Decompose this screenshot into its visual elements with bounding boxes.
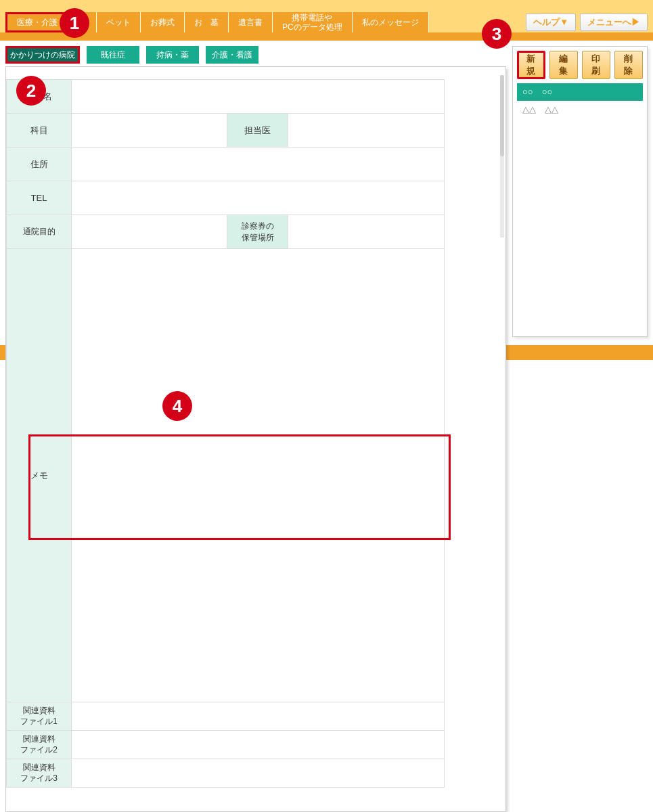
label-card-location: 診察券の 保管場所	[227, 215, 288, 249]
list-item[interactable]: ○○ ○○	[517, 83, 643, 101]
main-tab-grave[interactable]: お 墓	[185, 12, 229, 32]
field-hospital-name[interactable]	[72, 80, 445, 114]
main-tab-pet[interactable]: ペット	[97, 12, 141, 32]
label-department: 科目	[7, 114, 72, 148]
subtab-hospital[interactable]: かかりつけの病院	[5, 46, 80, 64]
top-toolbar: 医療・介護 療 ペット お葬式 お 墓 遺言書 携帯電話や PCのデータ処理 私…	[0, 0, 653, 41]
label-purpose: 通院目的	[7, 215, 72, 249]
new-button[interactable]: 新規	[517, 51, 545, 79]
edit-button[interactable]: 編集	[549, 51, 578, 79]
field-file2[interactable]	[72, 731, 445, 759]
delete-button[interactable]: 削除	[614, 51, 643, 79]
label-address: 住所	[7, 148, 72, 181]
label-tel: TEL	[7, 181, 72, 215]
field-doctor[interactable]	[288, 114, 445, 148]
callout-1: 1	[60, 8, 89, 38]
subtab-history[interactable]: 既往症	[87, 46, 139, 64]
list-item[interactable]: △△ △△	[517, 101, 643, 118]
field-department[interactable]	[72, 114, 227, 148]
main-tab-will[interactable]: 遺言書	[229, 12, 273, 32]
help-button[interactable]: ヘルプ▼	[526, 14, 576, 31]
field-card-location[interactable]	[288, 215, 445, 249]
main-tab-funeral[interactable]: お葬式	[141, 12, 185, 32]
side-panel: 新規 編集 印刷 削除 ○○ ○○ △△ △△	[512, 46, 648, 337]
main-tab-mymessage[interactable]: 私のメッセージ	[353, 12, 429, 32]
subtab-nursing[interactable]: 介護・看護	[206, 46, 258, 64]
label-file3: 関連資料 ファイル3	[7, 759, 72, 788]
callout-2: 2	[16, 76, 46, 106]
field-tel[interactable]	[72, 181, 445, 215]
label-doctor: 担当医	[227, 114, 288, 148]
subtab-medicine[interactable]: 持病・薬	[146, 46, 199, 64]
scrollbar[interactable]	[500, 75, 504, 238]
callout-3: 3	[482, 19, 512, 49]
highlight-memo	[28, 434, 451, 540]
menu-button[interactable]: メニューへ▶	[580, 14, 648, 31]
field-purpose[interactable]	[72, 215, 227, 249]
main-tab-devices[interactable]: 携帯電話や PCのデータ処理	[273, 12, 353, 32]
field-address[interactable]	[72, 148, 445, 181]
label-file1: 関連資料 ファイル1	[7, 702, 72, 731]
label-file2: 関連資料 ファイル2	[7, 731, 72, 759]
field-file1[interactable]	[72, 702, 445, 731]
field-file3[interactable]	[72, 759, 445, 788]
print-button[interactable]: 印刷	[582, 51, 610, 79]
record-list: ○○ ○○ △△ △△	[517, 83, 643, 118]
callout-4: 4	[162, 391, 192, 421]
